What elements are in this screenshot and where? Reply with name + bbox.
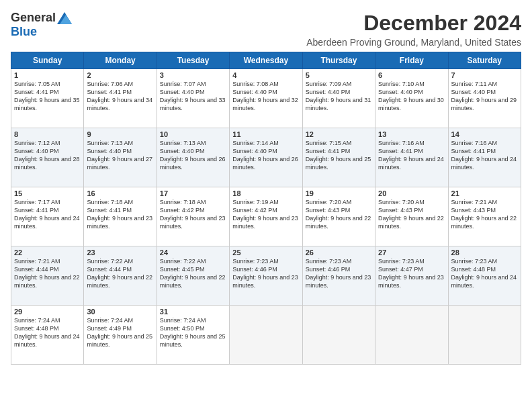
calendar-cell: 13Sunrise: 7:16 AMSunset: 4:41 PMDayligh…	[375, 128, 448, 187]
calendar-cell: 31Sunrise: 7:24 AMSunset: 4:50 PMDayligh…	[157, 306, 229, 365]
calendar-table: SundayMondayTuesdayWednesdayThursdayFrid…	[11, 52, 521, 365]
calendar-cell: 20Sunrise: 7:20 AMSunset: 4:43 PMDayligh…	[375, 187, 448, 246]
calendar-cell: 21Sunrise: 7:21 AMSunset: 4:43 PMDayligh…	[448, 187, 521, 246]
week-row-2: 8Sunrise: 7:12 AMSunset: 4:40 PMDaylight…	[11, 128, 521, 187]
day-number: 12	[306, 130, 372, 138]
day-info: Sunrise: 7:21 AMSunset: 4:44 PMDaylight:…	[14, 258, 80, 289]
logo-blue-text: Blue	[11, 25, 37, 39]
day-info: Sunrise: 7:22 AMSunset: 4:45 PMDaylight:…	[160, 258, 226, 289]
calendar-cell: 2Sunrise: 7:06 AMSunset: 4:41 PMDaylight…	[84, 69, 157, 128]
day-number: 31	[160, 308, 226, 316]
calendar-cell: 7Sunrise: 7:11 AMSunset: 4:40 PMDaylight…	[448, 69, 521, 128]
day-info: Sunrise: 7:05 AMSunset: 4:41 PMDaylight:…	[14, 81, 80, 111]
day-number: 25	[232, 248, 299, 257]
main-title: December 2024	[306, 11, 521, 36]
calendar-cell	[448, 306, 521, 365]
calendar-cell: 8Sunrise: 7:12 AMSunset: 4:40 PMDaylight…	[11, 128, 84, 187]
day-info: Sunrise: 7:06 AMSunset: 4:41 PMDaylight:…	[87, 81, 152, 111]
day-header-wednesday: Wednesday	[230, 52, 302, 69]
day-info: Sunrise: 7:10 AMSunset: 4:40 PMDaylight:…	[378, 81, 444, 111]
day-number: 27	[378, 248, 445, 257]
logo: General Blue	[11, 11, 72, 39]
calendar-cell: 22Sunrise: 7:21 AMSunset: 4:44 PMDayligh…	[11, 246, 84, 306]
day-number: 19	[306, 189, 372, 197]
page: General Blue December 2024 Aberdeen Prov…	[0, 0, 532, 411]
calendar-cell: 29Sunrise: 7:24 AMSunset: 4:48 PMDayligh…	[11, 306, 84, 365]
day-number: 4	[232, 71, 299, 79]
calendar-header-row: SundayMondayTuesdayWednesdayThursdayFrid…	[11, 52, 521, 69]
day-header-sunday: Sunday	[11, 52, 84, 69]
day-info: Sunrise: 7:20 AMSunset: 4:43 PMDaylight:…	[378, 199, 444, 230]
day-info: Sunrise: 7:24 AMSunset: 4:48 PMDaylight:…	[14, 317, 80, 348]
day-number: 10	[160, 130, 226, 138]
day-number: 3	[160, 71, 226, 79]
day-number: 20	[378, 189, 445, 197]
logo-general-text: General	[11, 11, 56, 25]
calendar-cell: 12Sunrise: 7:15 AMSunset: 4:41 PMDayligh…	[302, 128, 375, 187]
calendar-cell	[375, 306, 448, 365]
calendar-cell: 24Sunrise: 7:22 AMSunset: 4:45 PMDayligh…	[157, 246, 229, 306]
day-info: Sunrise: 7:22 AMSunset: 4:44 PMDaylight:…	[87, 258, 152, 289]
calendar-cell: 28Sunrise: 7:23 AMSunset: 4:48 PMDayligh…	[448, 246, 521, 306]
day-info: Sunrise: 7:20 AMSunset: 4:43 PMDaylight:…	[306, 199, 371, 230]
day-number: 13	[378, 130, 445, 138]
day-info: Sunrise: 7:23 AMSunset: 4:48 PMDaylight:…	[451, 258, 517, 289]
day-info: Sunrise: 7:19 AMSunset: 4:42 PMDaylight:…	[232, 199, 298, 230]
day-info: Sunrise: 7:09 AMSunset: 4:40 PMDaylight:…	[306, 81, 371, 111]
day-info: Sunrise: 7:24 AMSunset: 4:49 PMDaylight:…	[87, 317, 152, 348]
day-number: 17	[160, 189, 226, 197]
logo-icon	[57, 12, 72, 24]
calendar-cell: 14Sunrise: 7:16 AMSunset: 4:41 PMDayligh…	[448, 128, 521, 187]
day-header-monday: Monday	[84, 52, 157, 69]
day-info: Sunrise: 7:21 AMSunset: 4:43 PMDaylight:…	[451, 199, 517, 230]
calendar-cell: 15Sunrise: 7:17 AMSunset: 4:41 PMDayligh…	[11, 187, 84, 246]
day-number: 16	[87, 189, 153, 197]
calendar-cell: 27Sunrise: 7:23 AMSunset: 4:47 PMDayligh…	[375, 246, 448, 306]
day-header-thursday: Thursday	[302, 52, 375, 69]
day-number: 5	[306, 71, 372, 79]
day-info: Sunrise: 7:07 AMSunset: 4:40 PMDaylight:…	[160, 81, 226, 111]
day-info: Sunrise: 7:12 AMSunset: 4:40 PMDaylight:…	[14, 140, 80, 171]
day-number: 26	[306, 248, 372, 257]
day-info: Sunrise: 7:24 AMSunset: 4:50 PMDaylight:…	[160, 317, 226, 348]
day-number: 11	[232, 130, 299, 138]
calendar-cell: 6Sunrise: 7:10 AMSunset: 4:40 PMDaylight…	[375, 69, 448, 128]
calendar-cell: 1Sunrise: 7:05 AMSunset: 4:41 PMDaylight…	[11, 69, 84, 128]
day-info: Sunrise: 7:23 AMSunset: 4:46 PMDaylight:…	[232, 258, 298, 289]
week-row-3: 15Sunrise: 7:17 AMSunset: 4:41 PMDayligh…	[11, 187, 521, 246]
day-number: 7	[451, 71, 518, 79]
day-number: 29	[14, 308, 81, 316]
day-info: Sunrise: 7:16 AMSunset: 4:41 PMDaylight:…	[378, 140, 444, 171]
calendar-cell: 5Sunrise: 7:09 AMSunset: 4:40 PMDaylight…	[302, 69, 375, 128]
calendar-cell: 23Sunrise: 7:22 AMSunset: 4:44 PMDayligh…	[84, 246, 157, 306]
calendar-cell: 3Sunrise: 7:07 AMSunset: 4:40 PMDaylight…	[157, 69, 229, 128]
header: General Blue December 2024 Aberdeen Prov…	[11, 11, 521, 48]
day-number: 21	[451, 189, 518, 197]
day-number: 2	[87, 71, 153, 79]
day-info: Sunrise: 7:13 AMSunset: 4:40 PMDaylight:…	[160, 140, 226, 171]
week-row-4: 22Sunrise: 7:21 AMSunset: 4:44 PMDayligh…	[11, 246, 521, 306]
day-info: Sunrise: 7:23 AMSunset: 4:47 PMDaylight:…	[378, 258, 444, 289]
day-info: Sunrise: 7:23 AMSunset: 4:46 PMDaylight:…	[306, 258, 371, 289]
day-info: Sunrise: 7:13 AMSunset: 4:40 PMDaylight:…	[87, 140, 152, 171]
day-number: 8	[14, 130, 81, 138]
day-header-friday: Friday	[375, 52, 448, 69]
day-info: Sunrise: 7:08 AMSunset: 4:40 PMDaylight:…	[232, 81, 298, 111]
calendar-cell: 18Sunrise: 7:19 AMSunset: 4:42 PMDayligh…	[230, 187, 302, 246]
day-info: Sunrise: 7:17 AMSunset: 4:41 PMDaylight:…	[14, 199, 80, 230]
calendar-cell	[230, 306, 302, 365]
day-number: 28	[451, 248, 518, 257]
day-number: 23	[87, 248, 153, 257]
day-number: 1	[14, 71, 81, 79]
day-number: 9	[87, 130, 153, 138]
subtitle: Aberdeen Proving Ground, Maryland, Unite…	[306, 37, 521, 48]
day-number: 18	[232, 189, 299, 197]
calendar-cell: 9Sunrise: 7:13 AMSunset: 4:40 PMDaylight…	[84, 128, 157, 187]
calendar-cell: 4Sunrise: 7:08 AMSunset: 4:40 PMDaylight…	[230, 69, 302, 128]
calendar-cell: 17Sunrise: 7:18 AMSunset: 4:42 PMDayligh…	[157, 187, 229, 246]
day-info: Sunrise: 7:15 AMSunset: 4:41 PMDaylight:…	[306, 140, 371, 171]
calendar-cell: 30Sunrise: 7:24 AMSunset: 4:49 PMDayligh…	[84, 306, 157, 365]
day-number: 6	[378, 71, 445, 79]
calendar-cell: 16Sunrise: 7:18 AMSunset: 4:41 PMDayligh…	[84, 187, 157, 246]
calendar-cell	[302, 306, 375, 365]
